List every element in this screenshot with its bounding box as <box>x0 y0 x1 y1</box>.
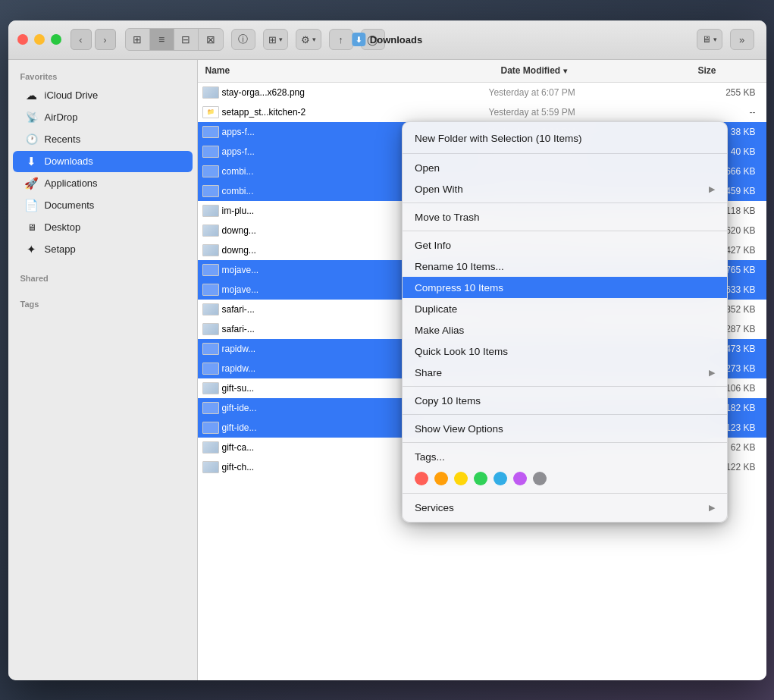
name-column-header[interactable]: Name <box>198 65 494 76</box>
ctx-separator-2 <box>403 202 727 203</box>
icon-view-icon: ⊞ <box>133 33 142 46</box>
icon-view-button[interactable]: ⊞ <box>126 29 150 50</box>
sidebar-item-documents-label: Documents <box>45 199 95 211</box>
ctx-separator-1 <box>403 153 727 154</box>
file-thumb-icon: 📁 <box>202 106 219 118</box>
ctx-separator-3 <box>403 231 727 231</box>
file-thumb-icon <box>202 205 219 217</box>
icloud-icon: ☁ <box>25 89 39 102</box>
ctx-get-info-label: Get Info <box>415 240 715 251</box>
maximize-button[interactable] <box>51 34 61 45</box>
file-thumb-icon <box>202 382 219 394</box>
column-view-button[interactable]: ⊟ <box>174 29 199 50</box>
ctx-show-view-options[interactable]: Show View Options <box>403 418 727 439</box>
sidebar-item-airdrop[interactable]: 📡 AirDrop <box>13 107 193 128</box>
ctx-open-with[interactable]: Open With ▶ <box>403 178 727 199</box>
date-column-header[interactable]: Date Modified ▾ <box>494 65 691 76</box>
ctx-move-to-trash[interactable]: Move to Trash <box>403 206 727 228</box>
sidebar-item-applications[interactable]: 🚀 Applications <box>13 173 193 194</box>
sidebar-item-recents-label: Recents <box>45 133 81 145</box>
setapp-icon: ✦ <box>25 243 39 256</box>
ctx-copy-label: Copy 10 Items <box>415 395 715 407</box>
recents-icon: 🕐 <box>25 133 39 146</box>
file-thumb-icon <box>202 323 219 335</box>
sidebar-item-setapp[interactable]: ✦ Setapp <box>13 239 193 260</box>
ctx-quick-look[interactable]: Quick Look 10 Items <box>403 341 727 362</box>
ctx-open[interactable]: Open <box>403 157 727 178</box>
sidebar-item-desktop[interactable]: 🖥 Desktop <box>13 217 193 238</box>
file-row[interactable]: stay-orga...x628.png Yesterday at 6:07 P… <box>198 83 766 102</box>
ctx-duplicate[interactable]: Duplicate <box>403 298 727 319</box>
sidebar-item-recents[interactable]: 🕐 Recents <box>13 129 193 150</box>
file-row[interactable]: 📁 setapp_st...kitchen-2 Yesterday at 5:5… <box>198 102 766 122</box>
tags-label: Tags <box>8 295 197 312</box>
file-date: Yesterday at 5:59 PM <box>489 107 686 118</box>
ctx-get-info[interactable]: Get Info <box>403 234 727 256</box>
minimize-button[interactable] <box>34 34 45 45</box>
ctx-open-with-label: Open With <box>415 184 709 195</box>
ctx-share-label: Share <box>415 367 709 378</box>
back-button[interactable]: ‹ <box>71 29 92 50</box>
tag-yellow[interactable] <box>454 472 468 485</box>
file-thumb-icon <box>202 165 219 177</box>
documents-icon: 📄 <box>25 199 39 212</box>
share-button[interactable]: ↑ <box>329 29 353 50</box>
name-label: Name <box>205 65 230 76</box>
window-title: Downloads <box>370 34 422 46</box>
more-button[interactable]: » <box>730 29 754 50</box>
ctx-separator-services <box>403 493 727 494</box>
forward-button[interactable]: › <box>95 29 116 50</box>
ctx-copy-10[interactable]: Copy 10 Items <box>403 390 727 411</box>
applications-icon: 🚀 <box>25 177 39 190</box>
ctx-tags[interactable]: Tags... <box>403 446 727 467</box>
ctx-services[interactable]: Services ▶ <box>403 497 727 518</box>
file-thumb-icon <box>202 284 219 296</box>
file-size: 255 KB <box>686 87 762 98</box>
ctx-rename-label: Rename 10 Items... <box>415 261 715 272</box>
size-column-header[interactable]: Size <box>691 65 766 76</box>
file-thumb-icon <box>202 441 219 454</box>
ctx-new-folder-selection[interactable]: New Folder with Selection (10 Items) <box>403 126 727 150</box>
ctx-services-label: Services <box>415 502 709 513</box>
more-icon: » <box>739 34 744 46</box>
ctx-share[interactable]: Share ▶ <box>403 362 727 383</box>
folder-icon: ⬇ <box>352 33 365 46</box>
open-with-arrow-icon: ▶ <box>709 184 715 194</box>
sidebar: Favorites ☁ iCloud Drive 📡 AirDrop 🕐 Rec… <box>8 60 198 680</box>
sort-icon: ▾ <box>563 67 567 75</box>
shared-label: Shared <box>8 269 197 286</box>
tag-green[interactable] <box>474 472 487 485</box>
tag-purple[interactable] <box>513 472 527 485</box>
close-button[interactable] <box>17 34 28 45</box>
sidebar-item-documents[interactable]: 📄 Documents <box>13 195 193 216</box>
sidebar-item-icloud-drive[interactable]: ☁ iCloud Drive <box>13 85 193 106</box>
list-view-button[interactable]: ≡ <box>150 29 174 50</box>
sidebar-item-downloads[interactable]: ⬇ Downloads <box>13 151 193 172</box>
grid-dropdown[interactable]: ⊞ ▾ <box>263 29 288 50</box>
tag-orange[interactable] <box>434 472 448 485</box>
tag-gray[interactable] <box>533 472 547 485</box>
file-thumb-icon <box>202 126 219 138</box>
sidebar-item-desktop-label: Desktop <box>45 221 81 233</box>
file-name: stay-orga...x628.png <box>222 87 489 98</box>
tag-blue[interactable] <box>494 472 507 485</box>
window-title-area: ⬇ Downloads <box>352 33 422 46</box>
ctx-make-alias[interactable]: Make Alias <box>403 319 727 341</box>
view-mode-group: ⊞ ≡ ⊟ ⊠ <box>125 28 224 51</box>
sidebar-item-applications-label: Applications <box>45 177 98 189</box>
file-thumb-icon <box>202 244 219 256</box>
share-icon: ↑ <box>338 34 343 46</box>
device-chevron-icon: ▾ <box>713 36 717 43</box>
ctx-rename-10[interactable]: Rename 10 Items... <box>403 256 727 277</box>
action-chevron-icon: ▾ <box>312 36 316 43</box>
ctx-compress-10[interactable]: Compress 10 Items <box>403 277 727 298</box>
services-arrow-icon: ▶ <box>709 503 715 513</box>
info-button[interactable]: ⓘ <box>231 29 255 50</box>
ctx-tag-colors-row <box>403 467 727 490</box>
titlebar: ‹ › ⊞ ≡ ⊟ ⊠ ⓘ <box>8 20 766 60</box>
action-dropdown[interactable]: ⚙ ▾ <box>296 29 321 50</box>
tag-red[interactable] <box>415 472 428 485</box>
gallery-view-button[interactable]: ⊠ <box>199 29 223 50</box>
device-dropdown[interactable]: 🖥 ▾ <box>697 29 722 50</box>
sidebar-item-downloads-label: Downloads <box>45 155 93 167</box>
